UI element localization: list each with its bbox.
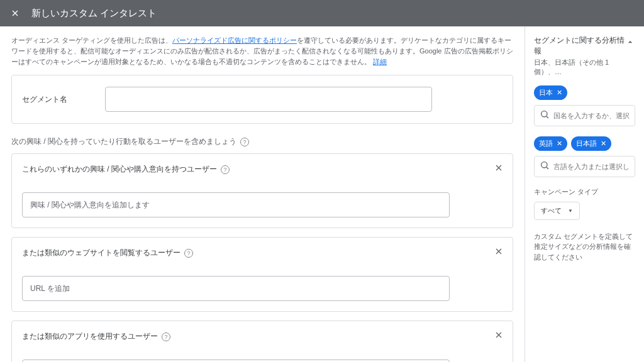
language-chips: 英語 ✕ 日本語 ✕ [534,136,635,151]
svg-point-0 [541,111,547,117]
websites-card: または類似のウェブサイトを閲覧するユーザー ? [11,237,513,312]
chip-label: 日本 [539,88,553,97]
apps-card-title: または類似のアプリを使用するユーザー ? [22,331,502,342]
page-title: 新しいカスタム インタレスト [31,8,157,19]
close-icon[interactable] [494,330,504,342]
chip-label: 日本語 [576,139,597,148]
chip-remove-icon[interactable]: ✕ [601,140,606,148]
sidebar-header[interactable]: セグメントに関する分析情報 日本、日本語（その他 1 個）、… [534,35,635,77]
websites-title-text: または類似のウェブサイトを閲覧するユーザー [22,248,180,258]
sidebar: セグメントに関する分析情報 日本、日本語（その他 1 個）、… 日本 ✕ 英語 … [525,26,644,362]
language-search[interactable] [534,156,635,177]
interests-card-title: これらのいずれかの興味 / 関心や購入意向を持つユーザー ? [22,164,502,175]
sidebar-subtitle: 日本、日本語（その他 1 個）、… [534,58,625,77]
sidebar-title: セグメントに関する分析情報 [534,35,625,57]
help-icon[interactable]: ? [240,138,249,146]
url-input[interactable] [22,276,450,301]
chip-remove-icon[interactable]: ✕ [557,140,562,148]
search-icon [540,160,550,172]
search-icon [540,109,550,121]
segment-name-input[interactable] [105,87,432,112]
dropdown-value: すべて [541,206,562,216]
apps-title-text: または類似のアプリを使用するユーザー [22,331,158,342]
segment-name-row: セグメント名 [11,75,513,124]
interests-title-text: これらのいずれかの興味 / 関心や購入意向を持つユーザー [22,164,217,175]
chip-remove-icon[interactable]: ✕ [557,89,562,97]
websites-card-title: または類似のウェブサイトを閲覧するユーザー ? [22,248,502,258]
help-icon[interactable]: ? [221,165,230,174]
language-search-input[interactable] [553,163,630,170]
main-panel: オーディエンス ターゲティングを使用した広告は、パーソナライズド広告に関するポリ… [0,26,525,362]
chevron-down-icon: ▼ [568,208,573,214]
apps-card: または類似のアプリを使用するユーザー ? [11,321,513,362]
segment-name-label: セグメント名 [22,94,67,105]
country-chips: 日本 ✕ [534,85,635,100]
header: 新しいカスタム インタレスト [0,0,644,26]
app-input[interactable] [22,359,450,362]
campaign-type-dropdown[interactable]: すべて ▼ [534,202,580,220]
sidebar-note: カスタム セグメントを定義して推定サイズなどの分析情報を確認してください [534,231,635,263]
include-heading-text: 次の興味 / 関心を持っていたり行動を取るユーザーを含めましょう [11,136,236,147]
language-chip[interactable]: 英語 ✕ [534,136,567,151]
country-search[interactable] [534,105,635,126]
country-search-input[interactable] [553,112,630,119]
campaign-type-label: キャンペーン タイプ [534,187,635,197]
policy-text: オーディエンス ターゲティングを使用した広告は、パーソナライズド広告に関するポリ… [11,35,513,67]
close-icon[interactable] [9,7,21,19]
chip-label: 英語 [539,139,553,148]
policy-pre: オーディエンス ターゲティングを使用した広告は、 [11,36,172,44]
help-icon[interactable]: ? [162,332,170,341]
help-icon[interactable]: ? [184,249,193,258]
svg-point-1 [541,162,547,168]
policy-more-link[interactable]: 詳細 [373,58,387,65]
language-chip[interactable]: 日本語 ✕ [571,136,611,151]
close-icon[interactable] [494,163,504,175]
interests-card: これらのいずれかの興味 / 関心や購入意向を持つユーザー ? [11,153,513,228]
country-chip[interactable]: 日本 ✕ [534,85,567,100]
chevron-up-icon [625,35,635,47]
close-icon[interactable] [494,246,504,258]
include-heading: 次の興味 / 関心を持っていたり行動を取るユーザーを含めましょう ? [11,136,513,147]
interests-input[interactable] [22,192,450,217]
policy-link[interactable]: パーソナライズド広告に関するポリシー [172,36,297,44]
